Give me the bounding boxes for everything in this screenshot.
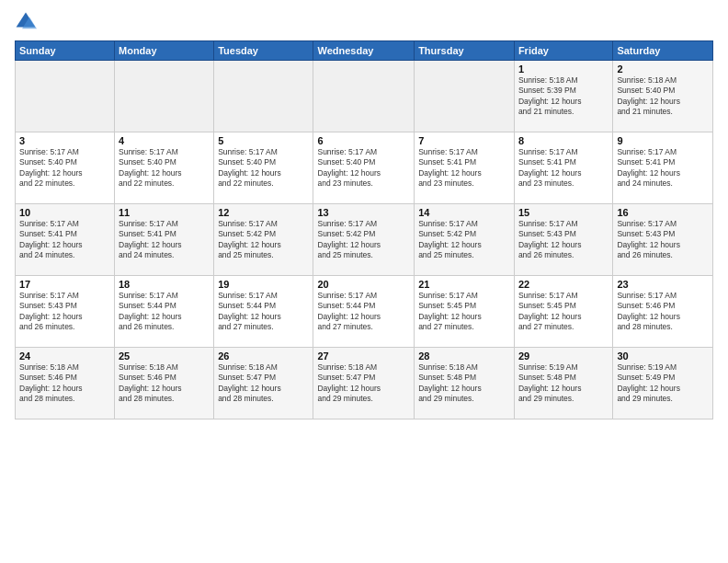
calendar-cell: 21Sunrise: 5:17 AM Sunset: 5:45 PM Dayli… <box>415 276 515 348</box>
day-info: Sunrise: 5:17 AM Sunset: 5:40 PM Dayligh… <box>218 147 309 190</box>
day-number: 25 <box>119 350 210 362</box>
day-number: 7 <box>418 135 510 146</box>
day-number: 17 <box>19 279 110 290</box>
calendar-header-thursday: Thursday <box>415 41 515 61</box>
calendar-cell: 8Sunrise: 5:17 AM Sunset: 5:41 PM Daylig… <box>514 132 612 204</box>
calendar-cell <box>313 61 415 132</box>
calendar-cell: 26Sunrise: 5:18 AM Sunset: 5:47 PM Dayli… <box>214 348 313 419</box>
calendar-cell: 12Sunrise: 5:17 AM Sunset: 5:42 PM Dayli… <box>214 204 313 276</box>
calendar-cell: 9Sunrise: 5:17 AM Sunset: 5:41 PM Daylig… <box>613 132 713 204</box>
day-info: Sunrise: 5:17 AM Sunset: 5:46 PM Dayligh… <box>617 291 709 333</box>
calendar-cell: 16Sunrise: 5:17 AM Sunset: 5:43 PM Dayli… <box>613 204 713 276</box>
day-info: Sunrise: 5:17 AM Sunset: 5:41 PM Dayligh… <box>518 147 609 190</box>
day-info: Sunrise: 5:17 AM Sunset: 5:45 PM Dayligh… <box>518 291 609 333</box>
calendar-week-row: 17Sunrise: 5:17 AM Sunset: 5:43 PM Dayli… <box>16 276 713 348</box>
calendar-cell: 4Sunrise: 5:17 AM Sunset: 5:40 PM Daylig… <box>115 132 214 204</box>
calendar-header-wednesday: Wednesday <box>313 41 415 61</box>
day-info: Sunrise: 5:18 AM Sunset: 5:46 PM Dayligh… <box>19 362 110 405</box>
day-number: 4 <box>119 135 210 146</box>
day-info: Sunrise: 5:17 AM Sunset: 5:40 PM Dayligh… <box>317 147 410 190</box>
calendar-week-row: 3Sunrise: 5:17 AM Sunset: 5:40 PM Daylig… <box>16 132 713 204</box>
day-number: 10 <box>19 207 110 218</box>
calendar-header-sunday: Sunday <box>16 41 115 61</box>
calendar-cell: 1Sunrise: 5:18 AM Sunset: 5:39 PM Daylig… <box>514 61 612 132</box>
day-info: Sunrise: 5:18 AM Sunset: 5:47 PM Dayligh… <box>218 362 309 405</box>
day-number: 21 <box>418 279 510 290</box>
logo <box>15 11 39 33</box>
calendar-cell: 20Sunrise: 5:17 AM Sunset: 5:44 PM Dayli… <box>313 276 415 348</box>
day-number: 19 <box>218 279 309 290</box>
day-info: Sunrise: 5:17 AM Sunset: 5:44 PM Dayligh… <box>317 291 410 333</box>
day-number: 5 <box>218 135 309 146</box>
day-number: 14 <box>418 207 510 218</box>
day-info: Sunrise: 5:17 AM Sunset: 5:41 PM Dayligh… <box>418 147 510 190</box>
day-number: 1 <box>518 63 609 75</box>
day-number: 26 <box>218 350 309 362</box>
calendar-cell: 29Sunrise: 5:19 AM Sunset: 5:48 PM Dayli… <box>514 348 612 419</box>
calendar-cell: 14Sunrise: 5:17 AM Sunset: 5:42 PM Dayli… <box>415 204 515 276</box>
calendar-week-row: 1Sunrise: 5:18 AM Sunset: 5:39 PM Daylig… <box>16 61 713 132</box>
day-number: 16 <box>617 207 709 218</box>
calendar-cell <box>115 61 214 132</box>
day-number: 9 <box>617 135 709 146</box>
day-info: Sunrise: 5:17 AM Sunset: 5:44 PM Dayligh… <box>218 291 309 333</box>
day-number: 23 <box>617 279 709 290</box>
day-info: Sunrise: 5:17 AM Sunset: 5:41 PM Dayligh… <box>19 219 110 261</box>
calendar-cell: 22Sunrise: 5:17 AM Sunset: 5:45 PM Dayli… <box>514 276 612 348</box>
day-info: Sunrise: 5:17 AM Sunset: 5:40 PM Dayligh… <box>19 147 110 190</box>
day-number: 24 <box>19 350 110 362</box>
calendar-cell: 19Sunrise: 5:17 AM Sunset: 5:44 PM Dayli… <box>214 276 313 348</box>
day-number: 18 <box>119 279 210 290</box>
day-info: Sunrise: 5:17 AM Sunset: 5:41 PM Dayligh… <box>119 219 210 261</box>
day-info: Sunrise: 5:19 AM Sunset: 5:49 PM Dayligh… <box>617 362 709 405</box>
day-info: Sunrise: 5:17 AM Sunset: 5:43 PM Dayligh… <box>19 291 110 333</box>
calendar-cell: 7Sunrise: 5:17 AM Sunset: 5:41 PM Daylig… <box>415 132 515 204</box>
day-number: 27 <box>317 350 410 362</box>
calendar-header-saturday: Saturday <box>613 41 713 61</box>
calendar-cell: 17Sunrise: 5:17 AM Sunset: 5:43 PM Dayli… <box>16 276 115 348</box>
day-number: 22 <box>518 279 609 290</box>
day-info: Sunrise: 5:17 AM Sunset: 5:43 PM Dayligh… <box>518 219 609 261</box>
calendar-cell: 15Sunrise: 5:17 AM Sunset: 5:43 PM Dayli… <box>514 204 612 276</box>
day-info: Sunrise: 5:17 AM Sunset: 5:40 PM Dayligh… <box>119 147 210 190</box>
calendar-cell <box>415 61 515 132</box>
calendar-week-row: 10Sunrise: 5:17 AM Sunset: 5:41 PM Dayli… <box>16 204 713 276</box>
calendar-cell: 3Sunrise: 5:17 AM Sunset: 5:40 PM Daylig… <box>16 132 115 204</box>
page-header <box>15 11 713 33</box>
calendar-header-monday: Monday <box>115 41 214 61</box>
day-number: 20 <box>317 279 410 290</box>
calendar-cell: 13Sunrise: 5:17 AM Sunset: 5:42 PM Dayli… <box>313 204 415 276</box>
calendar-cell <box>214 61 313 132</box>
calendar-cell: 6Sunrise: 5:17 AM Sunset: 5:40 PM Daylig… <box>313 132 415 204</box>
day-number: 29 <box>518 350 609 362</box>
day-info: Sunrise: 5:17 AM Sunset: 5:42 PM Dayligh… <box>418 219 510 261</box>
calendar-cell <box>16 61 115 132</box>
day-number: 3 <box>19 135 110 146</box>
calendar-cell: 18Sunrise: 5:17 AM Sunset: 5:44 PM Dayli… <box>115 276 214 348</box>
day-info: Sunrise: 5:17 AM Sunset: 5:41 PM Dayligh… <box>617 147 709 190</box>
day-info: Sunrise: 5:18 AM Sunset: 5:47 PM Dayligh… <box>317 362 410 405</box>
calendar-cell: 24Sunrise: 5:18 AM Sunset: 5:46 PM Dayli… <box>16 348 115 419</box>
day-number: 12 <box>218 207 309 218</box>
calendar-header-friday: Friday <box>514 41 612 61</box>
calendar-cell: 28Sunrise: 5:18 AM Sunset: 5:48 PM Dayli… <box>415 348 515 419</box>
calendar-cell: 10Sunrise: 5:17 AM Sunset: 5:41 PM Dayli… <box>16 204 115 276</box>
calendar-cell: 11Sunrise: 5:17 AM Sunset: 5:41 PM Dayli… <box>115 204 214 276</box>
day-number: 2 <box>617 63 709 75</box>
calendar-cell: 2Sunrise: 5:18 AM Sunset: 5:40 PM Daylig… <box>613 61 713 132</box>
day-info: Sunrise: 5:17 AM Sunset: 5:44 PM Dayligh… <box>119 291 210 333</box>
day-info: Sunrise: 5:17 AM Sunset: 5:42 PM Dayligh… <box>218 219 309 261</box>
calendar-cell: 27Sunrise: 5:18 AM Sunset: 5:47 PM Dayli… <box>313 348 415 419</box>
calendar-cell: 5Sunrise: 5:17 AM Sunset: 5:40 PM Daylig… <box>214 132 313 204</box>
day-info: Sunrise: 5:17 AM Sunset: 5:42 PM Dayligh… <box>317 219 410 261</box>
day-info: Sunrise: 5:17 AM Sunset: 5:45 PM Dayligh… <box>418 291 510 333</box>
day-info: Sunrise: 5:19 AM Sunset: 5:48 PM Dayligh… <box>518 362 609 405</box>
calendar-cell: 25Sunrise: 5:18 AM Sunset: 5:46 PM Dayli… <box>115 348 214 419</box>
day-info: Sunrise: 5:17 AM Sunset: 5:43 PM Dayligh… <box>617 219 709 261</box>
day-number: 8 <box>518 135 609 146</box>
calendar-table: SundayMondayTuesdayWednesdayThursdayFrid… <box>15 40 713 419</box>
calendar-week-row: 24Sunrise: 5:18 AM Sunset: 5:46 PM Dayli… <box>16 348 713 419</box>
day-number: 11 <box>119 207 210 218</box>
day-info: Sunrise: 5:18 AM Sunset: 5:39 PM Dayligh… <box>518 75 609 118</box>
calendar-header-tuesday: Tuesday <box>214 41 313 61</box>
